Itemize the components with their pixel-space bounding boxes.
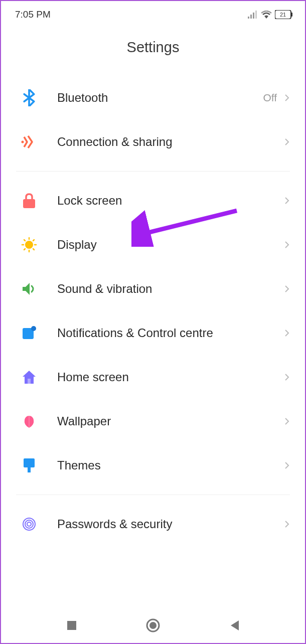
item-label: Notifications & Control centre: [57, 326, 283, 340]
svg-rect-2: [253, 13, 254, 19]
svg-rect-27: [67, 621, 76, 630]
svg-rect-8: [23, 199, 35, 208]
item-label: Sound & vibration: [57, 282, 283, 296]
settings-item-passwords[interactable]: Passwords & security: [1, 502, 305, 546]
settings-item-themes[interactable]: Themes: [1, 443, 305, 488]
svg-point-29: [149, 622, 157, 629]
item-label: Connection & sharing: [57, 135, 283, 149]
chevron-right-icon: [283, 94, 291, 102]
divider: [16, 171, 290, 172]
chevron-right-icon: [283, 373, 291, 381]
speaker-icon: [20, 280, 38, 298]
svg-rect-3: [255, 11, 257, 19]
settings-item-bluetooth[interactable]: Bluetooth Off: [1, 76, 305, 120]
nav-back-button[interactable]: [224, 615, 244, 635]
nav-home-button[interactable]: [143, 615, 163, 635]
svg-point-25: [27, 522, 31, 526]
settings-item-lockscreen[interactable]: Lock screen: [1, 179, 305, 223]
settings-item-connection[interactable]: Connection & sharing: [1, 120, 305, 164]
sun-icon: [20, 236, 38, 254]
settings-item-notifications[interactable]: Notifications & Control centre: [1, 311, 305, 355]
svg-rect-20: [28, 379, 31, 384]
item-label: Lock screen: [57, 194, 283, 208]
chevron-right-icon: [283, 138, 291, 146]
chevron-right-icon: [283, 285, 291, 293]
status-bar: 7:05 PM 21: [1, 1, 305, 25]
svg-text:21: 21: [280, 12, 286, 18]
item-label: Bluetooth: [57, 91, 263, 105]
item-label: Wallpaper: [57, 414, 283, 428]
svg-point-24: [25, 520, 33, 528]
nav-recent-button[interactable]: [62, 615, 82, 635]
svg-line-16: [24, 249, 25, 250]
settings-item-wallpaper[interactable]: Wallpaper: [1, 399, 305, 443]
signal-icon: [248, 11, 258, 19]
item-label: Display: [57, 238, 283, 252]
svg-rect-21: [24, 458, 35, 467]
status-icons: 21: [248, 10, 293, 19]
svg-rect-5: [291, 13, 292, 17]
settings-item-display[interactable]: Display: [1, 223, 305, 267]
notifications-icon: [20, 324, 38, 342]
svg-rect-22: [28, 467, 31, 472]
chevron-right-icon: [283, 520, 291, 528]
item-label: Home screen: [57, 370, 283, 384]
svg-rect-1: [250, 15, 252, 19]
svg-rect-0: [248, 17, 249, 19]
bluetooth-icon: [20, 89, 38, 107]
home-icon: [20, 368, 38, 386]
item-label: Passwords & security: [57, 517, 283, 531]
lock-icon: [20, 192, 38, 210]
settings-item-sound[interactable]: Sound & vibration: [1, 267, 305, 311]
chevron-right-icon: [283, 417, 291, 425]
svg-point-7: [22, 141, 24, 143]
connection-icon: [20, 133, 38, 151]
item-value: Off: [263, 92, 277, 104]
chevron-right-icon: [283, 241, 291, 249]
wifi-icon: [261, 11, 272, 19]
nav-bar: [1, 608, 305, 643]
status-time: 7:05 PM: [15, 9, 51, 20]
fingerprint-icon: [20, 515, 38, 533]
chevron-right-icon: [283, 461, 291, 469]
page-title: Settings: [1, 25, 305, 76]
svg-line-17: [33, 240, 34, 241]
wallpaper-icon: [20, 412, 38, 430]
item-label: Themes: [57, 458, 283, 472]
svg-point-19: [31, 326, 36, 331]
themes-icon: [20, 456, 38, 474]
chevron-right-icon: [283, 329, 291, 337]
svg-line-15: [33, 249, 34, 250]
svg-point-9: [25, 241, 33, 249]
battery-icon: 21: [275, 10, 293, 19]
settings-item-homescreen[interactable]: Home screen: [1, 355, 305, 399]
divider: [16, 495, 290, 495]
svg-line-14: [24, 240, 25, 241]
settings-list: Bluetooth Off Connection & sharing Lock …: [1, 76, 305, 546]
chevron-right-icon: [283, 197, 291, 205]
